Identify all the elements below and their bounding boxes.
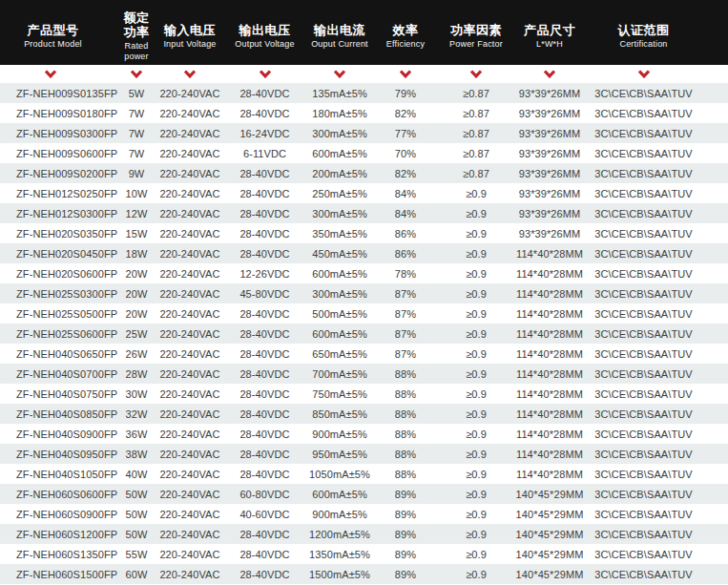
table-row: ZF-NEH009S0135FPC5W220-240VAC28-40VDC135… [0, 83, 728, 103]
cell-power-factor: ≥0.9 [437, 464, 515, 484]
table-row: ZF-NEH060S1350FPC55W220-240VAC28-40VDC13… [0, 544, 728, 564]
cell-power-factor: ≥0.9 [437, 344, 515, 364]
cell-input-voltage: 220-240VAC [156, 364, 224, 384]
table-row: ZF-NEH020S0450FPC18W220-240VAC28-40VDC45… [0, 243, 728, 263]
cell-model: ZF-NEH025S0600FPC [0, 324, 117, 344]
cell-rated-power: 50W [117, 524, 156, 544]
chevron-down-icon [543, 70, 556, 78]
cell-input-voltage: 220-240VAC [156, 484, 224, 504]
cell-dimensions: 114*40*28MM [515, 243, 584, 263]
cell-efficiency: 88% [374, 384, 437, 404]
cell-efficiency: 89% [374, 564, 437, 584]
cell-efficiency: 89% [374, 504, 437, 524]
cell-rated-power: 30W [117, 384, 156, 404]
cell-model: ZF-NEH040S0950FPC [0, 444, 117, 464]
cell-dimensions: 140*45*29MM [515, 504, 584, 524]
cell-dimensions: 114*40*28MM [515, 344, 584, 364]
cell-model: ZF-NEH040S0900FPC [0, 424, 117, 444]
cell-dimensions: 140*45*29MM [515, 544, 584, 564]
cell-certification: 3C\CE\CB\SAA\TUV [584, 283, 728, 303]
cell-input-voltage: 220-240VAC [156, 143, 224, 163]
cell-rated-power: 10W [117, 183, 156, 203]
chevron-down-icon [333, 70, 346, 78]
cell-power-factor: ≥0.87 [437, 83, 515, 103]
cell-certification: 3C\CE\CB\SAA\TUV [584, 464, 728, 484]
cell-efficiency: 87% [374, 344, 437, 364]
cell-output-current: 450mA±5% [305, 243, 374, 263]
cell-certification: 3C\CE\CB\SAA\TUV [584, 103, 728, 123]
cell-efficiency: 87% [374, 324, 437, 344]
chevron-cell [156, 65, 224, 83]
cell-dimensions: 114*40*28MM [515, 444, 584, 464]
cell-output-current: 1500mA±5% [305, 564, 374, 584]
product-spec-table: 产品型号Product Model额定功率Rated power输入电压Inpu… [0, 0, 728, 584]
cell-dimensions: 93*39*26MM [515, 83, 584, 103]
cell-input-voltage: 220-240VAC [156, 504, 224, 524]
cell-dimensions: 93*39*26MM [515, 223, 584, 243]
chevron-down-icon [399, 70, 412, 78]
cell-output-voltage: 28-40VDC [224, 444, 305, 464]
cell-output-current: 750mA±5% [305, 384, 374, 404]
cell-certification: 3C\CE\CB\SAA\TUV [584, 263, 728, 283]
table-row: ZF-NEH040S0750FPC30W220-240VAC28-40VDC75… [0, 384, 728, 404]
cell-output-voltage: 28-40VDC [224, 384, 305, 404]
cell-model: ZF-NEH040S0750FPC [0, 384, 117, 404]
cell-output-current: 700mA±5% [305, 364, 374, 384]
cell-rated-power: 18W [117, 243, 156, 263]
cell-certification: 3C\CE\CB\SAA\TUV [584, 524, 728, 544]
cell-dimensions: 93*39*26MM [515, 183, 584, 203]
cell-rated-power: 9W [117, 163, 156, 183]
cell-output-voltage: 45-80VDC [224, 283, 305, 303]
chevron-cell [305, 65, 374, 83]
cell-output-current: 1050mA±5% [305, 464, 374, 484]
cell-dimensions: 93*39*26MM [515, 143, 584, 163]
cell-dimensions: 93*39*26MM [515, 103, 584, 123]
column-title-en: Rated power [117, 41, 156, 62]
cell-output-current: 300mA±5% [305, 123, 374, 143]
cell-output-voltage: 60-80VDC [224, 484, 305, 504]
cell-efficiency: 77% [374, 123, 437, 143]
column-title-zh: 输出电压 [224, 23, 305, 37]
column-header-input-voltage: 输入电压Input Voltage [156, 0, 224, 65]
column-title-en: Power Factor [437, 39, 515, 50]
cell-dimensions: 140*45*29MM [515, 524, 584, 544]
cell-efficiency: 78% [374, 263, 437, 283]
cell-model: ZF-NEH060S0900FPC [0, 504, 117, 524]
cell-power-factor: ≥0.87 [437, 163, 515, 183]
cell-model: ZF-NEH025S0300FPC [0, 283, 117, 303]
cell-certification: 3C\CE\CB\SAA\TUV [584, 404, 728, 424]
cell-rated-power: 32W [117, 404, 156, 424]
cell-output-voltage: 28-40VDC [224, 183, 305, 203]
table-row: ZF-NEH040S0950FPC38W220-240VAC28-40VDC95… [0, 444, 728, 464]
column-title-zh: 效率 [374, 23, 437, 37]
cell-certification: 3C\CE\CB\SAA\TUV [584, 143, 728, 163]
cell-dimensions: 114*40*28MM [515, 424, 584, 444]
cell-power-factor: ≥0.9 [437, 364, 515, 384]
cell-power-factor: ≥0.9 [437, 324, 515, 344]
cell-model: ZF-NEH009S0135FPC [0, 83, 117, 103]
cell-output-voltage: 28-40VDC [224, 163, 305, 183]
column-title-zh: 额定功率 [117, 10, 156, 39]
column-title-en: Certification [584, 39, 703, 50]
column-header-certification: 认证范围Certification [584, 0, 728, 65]
cell-certification: 3C\CE\CB\SAA\TUV [584, 83, 728, 103]
cell-output-current: 135mA±5% [305, 83, 374, 103]
cell-input-voltage: 220-240VAC [156, 524, 224, 544]
cell-output-current: 600mA±5% [305, 143, 374, 163]
cell-output-current: 1200mA±5% [305, 524, 374, 544]
cell-input-voltage: 220-240VAC [156, 324, 224, 344]
cell-certification: 3C\CE\CB\SAA\TUV [584, 484, 728, 504]
column-header-output-voltage: 输出电压Output Voltage [224, 0, 305, 65]
cell-efficiency: 88% [374, 404, 437, 424]
chevron-down-icon [637, 70, 651, 78]
cell-input-voltage: 220-240VAC [156, 544, 224, 564]
chevron-cell [437, 65, 515, 83]
cell-certification: 3C\CE\CB\SAA\TUV [584, 163, 728, 183]
cell-power-factor: ≥0.9 [437, 544, 515, 564]
cell-input-voltage: 220-240VAC [156, 464, 224, 484]
cell-output-voltage: 28-40VDC [224, 364, 305, 384]
cell-efficiency: 88% [374, 464, 437, 484]
cell-certification: 3C\CE\CB\SAA\TUV [584, 243, 728, 263]
table-row: ZF-NEH009S0180FPC7W220-240VAC28-40VDC180… [0, 103, 728, 123]
cell-efficiency: 79% [374, 83, 437, 103]
